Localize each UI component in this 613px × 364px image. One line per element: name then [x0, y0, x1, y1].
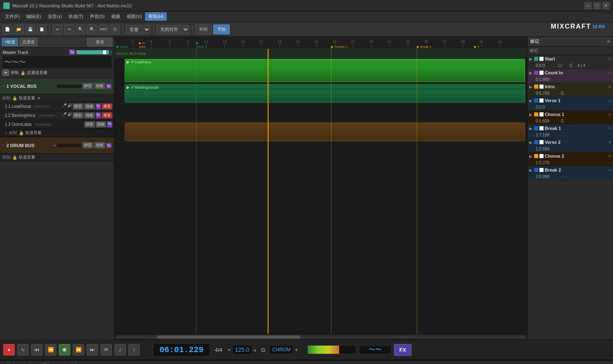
bpm-up[interactable]: ▲: [253, 348, 257, 352]
break2-flag-icon: [534, 168, 538, 172]
menu-sound[interactable]: 声音(S): [87, 12, 108, 21]
timeline-ruler: ▶ Coun ▶ G Intro ▶ Verse 1 ▶ Chorus 1 ▶ …: [114, 37, 527, 49]
fx-button[interactable]: FX: [394, 344, 412, 356]
outro-lalas-mute[interactable]: 静音: [84, 121, 95, 127]
break1-close[interactable]: ✕: [608, 126, 611, 131]
toolbar: 📄 📂 💾 📋 ↩ ↪ 🔍 🔍 MIDI ⊡ 音量 关闭对齐 时间 节拍: [0, 22, 613, 37]
stop-button[interactable]: ⏹: [59, 344, 70, 355]
menu-edit[interactable]: 编辑(E): [23, 12, 45, 21]
count-in-close[interactable]: ✕: [608, 71, 611, 75]
transport: ● ∿ ⏮ ⏪ ⏹ ⏩ ⏭ ⟳ ♩ ↕ 06:01.229 4/4 ▼ 125.…: [0, 339, 613, 360]
drum-bus-clip[interactable]: [125, 123, 525, 141]
backing-voca-mute[interactable]: 静音: [73, 112, 83, 118]
h-scrollbar[interactable]: [114, 334, 527, 339]
record-button[interactable]: ●: [3, 344, 15, 355]
lead-vocal-rec[interactable]: 录音: [102, 103, 112, 109]
midi-button[interactable]: MIDI: [98, 25, 108, 34]
tab-mixer[interactable]: 混音台: [38, 361, 60, 364]
add-track-button[interactable]: +轨道: [2, 38, 18, 46]
mode-down[interactable]: ▼: [294, 348, 298, 352]
left-panel-header: +轨道 总通道 表演: [0, 37, 114, 48]
menu-video[interactable]: 视频: [108, 12, 123, 21]
tab-project[interactable]: 工程: [2, 361, 20, 364]
outro-lalas-solo[interactable]: 独奏: [96, 121, 106, 127]
goto-start-button[interactable]: ⏮: [31, 344, 43, 355]
drum-bus-solo[interactable]: 独奏: [94, 142, 105, 148]
vocal-bus-solo[interactable]: 独奏: [94, 83, 105, 89]
menu-file[interactable]: 文件(F): [2, 12, 23, 21]
open-button[interactable]: 📂: [14, 25, 24, 34]
backing-vocal-clip[interactable]: ▶ ↺ BackingVocals: [125, 84, 525, 103]
performance-button[interactable]: 表演: [87, 38, 112, 46]
menu-view[interactable]: 视图(V): [123, 12, 145, 21]
master-fx-button[interactable]: fx: [69, 49, 76, 55]
level-meter: [307, 345, 356, 354]
menu-mix[interactable]: 混音(x): [45, 12, 65, 21]
verse1-close[interactable]: ✕: [608, 98, 611, 103]
markers-close-button[interactable]: ✕: [606, 39, 611, 45]
volume-dropdown[interactable]: 音量: [126, 25, 150, 34]
goto-end-button[interactable]: ⏭: [87, 344, 98, 355]
vocal-bus-section: − 1 VOCAL BUS 静音 独奏 fx 録制 🔒 轨道音量 ▼ 1.1 L…: [0, 78, 114, 137]
chorus2-close[interactable]: ✕: [608, 154, 611, 159]
chorus1-close[interactable]: ✕: [608, 112, 611, 117]
level-bar: [308, 346, 339, 354]
close-button[interactable]: ✕: [602, 2, 610, 9]
vocal-bus-fx[interactable]: fx: [106, 84, 112, 89]
start-marker-close[interactable]: ✕: [608, 57, 611, 61]
maximize-button[interactable]: □: [593, 2, 601, 9]
lead-vocal-fx[interactable]: fx: [96, 103, 101, 109]
backing-voca-fx[interactable]: fx: [96, 112, 101, 118]
search2-button[interactable]: 🔍: [87, 25, 97, 34]
tb-btn10[interactable]: ⊡: [110, 25, 120, 34]
backing-voca-solo[interactable]: 独奏: [84, 112, 95, 118]
intro-close[interactable]: ✕: [608, 85, 611, 89]
undo-button[interactable]: ↩: [53, 25, 63, 34]
ruler-num-23: 23: [314, 40, 318, 44]
time-btn[interactable]: 时间: [195, 25, 212, 34]
menu-track[interactable]: 轨道(T): [65, 12, 87, 21]
break2-close[interactable]: ✕: [608, 168, 611, 172]
time-signature: 4/4: [213, 347, 225, 353]
minimize-button[interactable]: ─: [584, 2, 592, 9]
all-channels-button[interactable]: 总通道: [20, 38, 38, 46]
lead-vocal-clip[interactable]: ▶ ↺ LeadVoca: [125, 59, 525, 82]
break2-page-icon: [539, 168, 544, 172]
ruler-tick-37: [445, 44, 445, 49]
search-button[interactable]: 🔍: [76, 25, 85, 34]
metronome-button[interactable]: ♩: [114, 344, 126, 355]
redo-button[interactable]: ↪: [64, 25, 74, 34]
beat-btn[interactable]: 节拍: [213, 25, 230, 34]
verse2-name: Verse 2: [545, 140, 608, 145]
tab-sound[interactable]: 声音: [20, 361, 38, 364]
drum-bus-section: − 2 DRUM BUS 静音 独奏 fx 録制 🔒 轨道音量: [0, 137, 114, 161]
outro-lalas-fx[interactable]: fx: [107, 121, 112, 127]
loop2-button[interactable]: ⟳: [101, 344, 112, 355]
rewind-button[interactable]: ⏪: [45, 344, 56, 355]
nudge-button[interactable]: ↕: [128, 344, 140, 355]
verse2-close[interactable]: ✕: [608, 140, 611, 145]
ruler-tick-15: [243, 44, 243, 49]
new-button[interactable]: 📄: [2, 25, 12, 34]
verse2-time: 1:2:559: [536, 147, 556, 151]
window-controls[interactable]: ─ □ ✕: [584, 2, 610, 9]
drum-bus-mute[interactable]: 静音: [83, 142, 93, 148]
fast-forward-button[interactable]: ⏩: [73, 344, 84, 355]
tab-library[interactable]: 素材库: [61, 361, 83, 364]
lead-vocal-solo[interactable]: 独奏: [84, 103, 95, 109]
chorus2-flag-icon: [534, 154, 538, 158]
save-button[interactable]: 💾: [25, 25, 35, 34]
bpm-down[interactable]: ▼: [227, 348, 231, 352]
waveform-display: 〜〜: [359, 345, 392, 354]
tb-btn4[interactable]: 📋: [37, 25, 47, 34]
master-add-button[interactable]: +: [2, 69, 9, 76]
chorus2-time: 1:5:279: [536, 161, 556, 165]
vocal-bus-mute[interactable]: 静音: [83, 83, 93, 89]
menu-help[interactable]: 帮助(H): [145, 12, 167, 21]
lead-vocal-mute[interactable]: 静音: [73, 103, 83, 109]
loop-button[interactable]: ∿: [17, 344, 29, 355]
backing-voca-rec[interactable]: 录音: [102, 112, 112, 118]
snap-dropdown[interactable]: 关闭对齐: [157, 25, 189, 34]
ruler-num-5: 5: [150, 40, 152, 44]
drum-bus-fx[interactable]: fx: [106, 143, 112, 148]
